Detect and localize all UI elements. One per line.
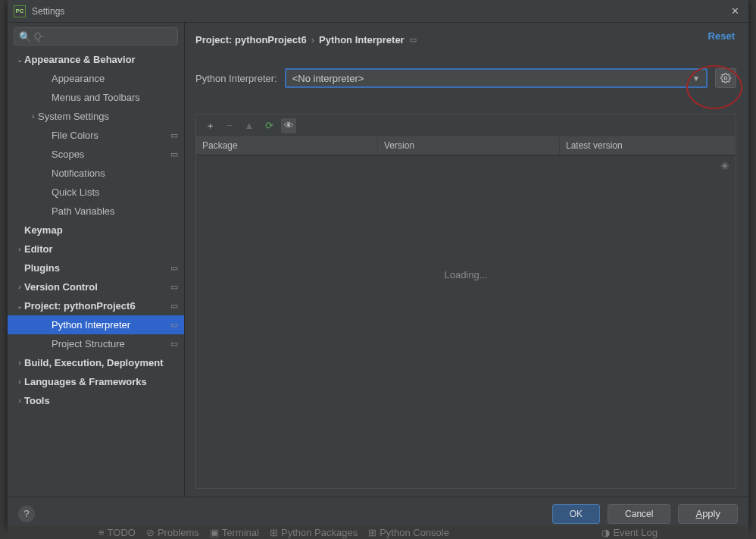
tree-item-label: Languages & Frameworks — [24, 376, 180, 387]
show-early-icon[interactable]: 👁 — [281, 118, 296, 133]
tree-item[interactable]: Path Variables — [8, 202, 184, 221]
pycharm-app-icon: PC — [14, 5, 26, 17]
tree-item-label: Editor — [24, 243, 180, 255]
sb-problems[interactable]: ⊘ Problems — [146, 527, 199, 538]
tree-item[interactable]: Python Interpreter▭ — [8, 315, 184, 334]
tree-item-label: Menus and Toolbars — [52, 92, 180, 103]
tree-item-label: Notifications — [52, 168, 180, 179]
tree-item[interactable]: Project Structure▭ — [8, 334, 184, 353]
col-version[interactable]: Version — [378, 137, 560, 155]
tree-item-label: Tools — [24, 395, 180, 406]
settings-search[interactable]: 🔍 — [14, 27, 178, 45]
chevron-right-icon[interactable]: › — [15, 245, 24, 253]
upgrade-package-icon: ▲ — [242, 118, 257, 133]
scope-icon: ▭ — [169, 339, 180, 349]
settings-dialog: PC Settings ✕ 🔍 ⌄Appearance & BehaviorAp… — [8, 0, 748, 530]
tree-item[interactable]: ›Tools — [8, 391, 184, 410]
reset-link[interactable]: Reset — [708, 30, 735, 42]
tree-item-label: Project Structure — [52, 338, 169, 349]
settings-content: Project: pythonProject6 › Python Interpr… — [185, 23, 748, 497]
tree-item-label: Quick Lists — [52, 186, 180, 198]
tree-item[interactable]: Quick Lists — [8, 183, 184, 202]
tree-item-label: Scopes — [52, 149, 169, 160]
tree-item[interactable]: Notifications — [8, 164, 184, 183]
breadcrumb-sep: › — [311, 34, 314, 45]
tree-item-label: Keymap — [24, 224, 180, 236]
tree-item[interactable]: Plugins▭ — [8, 259, 184, 277]
table-header: Package Version Latest version — [196, 137, 736, 155]
tree-item[interactable]: File Colors▭ — [8, 126, 184, 145]
tree-item[interactable]: Appearance — [8, 69, 184, 88]
chevron-right-icon[interactable]: › — [29, 112, 38, 121]
scope-icon: ▭ — [169, 301, 180, 311]
breadcrumb: Project: pythonProject6 › Python Interpr… — [195, 30, 736, 49]
tree-item[interactable]: Menus and Toolbars — [8, 88, 184, 107]
tree-item[interactable]: ›Build, Execution, Deployment — [8, 353, 184, 372]
add-package-icon[interactable]: ＋ — [202, 118, 217, 133]
tree-item[interactable]: Keymap — [8, 221, 184, 240]
scope-icon: ▭ — [169, 263, 180, 273]
sb-todo[interactable]: ≡ TODO — [98, 527, 136, 538]
chevron-right-icon[interactable]: › — [15, 396, 24, 405]
search-icon: 🔍 — [19, 31, 31, 42]
tree-item-label: File Colors — [52, 130, 169, 141]
tree-item-label: Project: pythonProject6 — [24, 300, 169, 312]
chevron-right-icon[interactable]: › — [15, 283, 24, 291]
breadcrumb-scope-icon: ▭ — [409, 35, 417, 45]
window-title: Settings — [32, 6, 727, 17]
packages-table: Package Version Latest version ✳ Loading… — [195, 136, 736, 489]
tree-item[interactable]: ›System Settings — [8, 107, 184, 126]
remove-package-icon: − — [222, 118, 237, 133]
loading-text: Loading... — [444, 269, 487, 280]
tree-item-label: System Settings — [38, 111, 180, 122]
settings-sidebar: 🔍 ⌄Appearance & BehaviorAppearanceMenus … — [8, 23, 185, 497]
tree-item[interactable]: ⌄Appearance & Behavior — [8, 50, 184, 69]
tree-item[interactable]: ›Editor — [8, 240, 184, 259]
tree-item[interactable]: ⌄Project: pythonProject6▭ — [8, 296, 184, 315]
chevron-down-icon[interactable]: ⌄ — [15, 302, 24, 310]
sb-python-packages[interactable]: ⊞ Python Packages — [270, 527, 358, 538]
tree-item-label: Path Variables — [52, 205, 180, 217]
settings-tree[interactable]: ⌄Appearance & BehaviorAppearanceMenus an… — [8, 50, 184, 497]
table-body: ✳ Loading... — [196, 155, 736, 488]
tree-item-label: Plugins — [24, 262, 169, 274]
breadcrumb-project: Project: pythonProject6 — [195, 34, 307, 45]
close-icon[interactable]: ✕ — [727, 4, 742, 19]
sb-python-console[interactable]: ⊞ Python Console — [368, 527, 449, 538]
apply-button[interactable]: Apply — [678, 504, 738, 524]
package-toolbar: ＋ − ▲ ⟳ 👁 — [195, 114, 736, 136]
chevron-down-icon: ▼ — [692, 74, 700, 83]
interpreter-select[interactable]: <No interpreter> ▼ — [285, 68, 708, 88]
col-latest[interactable]: Latest version — [560, 137, 736, 155]
cancel-button[interactable]: Cancel — [608, 504, 670, 524]
tree-item[interactable]: ›Version Control▭ — [8, 277, 184, 296]
search-input[interactable] — [34, 31, 173, 42]
help-icon[interactable]: ? — [18, 506, 35, 522]
gear-icon[interactable] — [715, 68, 736, 88]
scope-icon: ▭ — [169, 130, 180, 140]
tree-item-label: Build, Execution, Deployment — [24, 357, 180, 368]
sb-event-log[interactable]: ◑ Event Log — [601, 527, 658, 538]
tree-item[interactable]: ›Languages & Frameworks — [8, 372, 184, 391]
scope-icon: ▭ — [169, 320, 180, 330]
col-package[interactable]: Package — [196, 137, 378, 155]
tree-item-label: Python Interpreter — [52, 319, 169, 331]
ide-statusbar: ≡ TODO ⊘ Problems ▣ Terminal ⊞ Python Pa… — [8, 525, 748, 539]
tree-item-label: Version Control — [24, 281, 169, 293]
sb-terminal[interactable]: ▣ Terminal — [210, 527, 259, 538]
refresh-icon[interactable]: ⟳ — [261, 118, 276, 133]
scope-icon: ▭ — [169, 282, 180, 292]
interpreter-label: Python Interpreter: — [195, 73, 277, 84]
interpreter-value: <No interpreter> — [292, 73, 692, 84]
tree-item-label: Appearance — [52, 73, 180, 84]
scope-icon: ▭ — [169, 149, 180, 159]
chevron-right-icon[interactable]: › — [15, 378, 24, 386]
loading-spinner-icon: ✳ — [720, 160, 729, 172]
ok-button[interactable]: OK — [552, 504, 600, 524]
svg-point-0 — [724, 77, 727, 80]
chevron-down-icon[interactable]: ⌄ — [15, 55, 24, 64]
tree-item[interactable]: Scopes▭ — [8, 145, 184, 164]
chevron-right-icon[interactable]: › — [15, 359, 24, 367]
tree-item-label: Appearance & Behavior — [24, 54, 180, 65]
titlebar: PC Settings ✕ — [8, 0, 748, 23]
